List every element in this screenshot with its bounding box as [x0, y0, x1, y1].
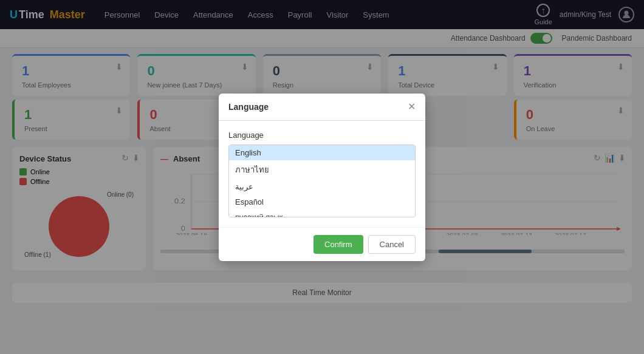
language-option-arabic[interactable]: عربية: [229, 179, 415, 194]
language-option-espanol[interactable]: Español: [229, 194, 415, 209]
modal-close-button[interactable]: ✕: [408, 102, 416, 112]
language-modal: Language ✕ Language English ภาษาไทย عربي…: [219, 94, 425, 261]
modal-header: Language ✕: [219, 94, 425, 121]
confirm-button[interactable]: Confirm: [313, 235, 363, 254]
cancel-button[interactable]: Cancel: [368, 235, 416, 254]
language-option-russian[interactable]: русский язык: [229, 209, 415, 217]
language-list[interactable]: English ภาษาไทย عربية Español русский яз…: [228, 145, 416, 217]
modal-footer: Confirm Cancel: [219, 227, 425, 261]
language-option-english[interactable]: English: [229, 145, 415, 160]
language-field-label: Language: [228, 131, 416, 140]
modal-title: Language: [228, 102, 269, 112]
modal-overlay: Language ✕ Language English ภาษาไทย عربي…: [0, 0, 644, 354]
language-option-thai[interactable]: ภาษาไทย: [229, 160, 415, 179]
modal-body: Language English ภาษาไทย عربية Español р…: [219, 121, 425, 227]
